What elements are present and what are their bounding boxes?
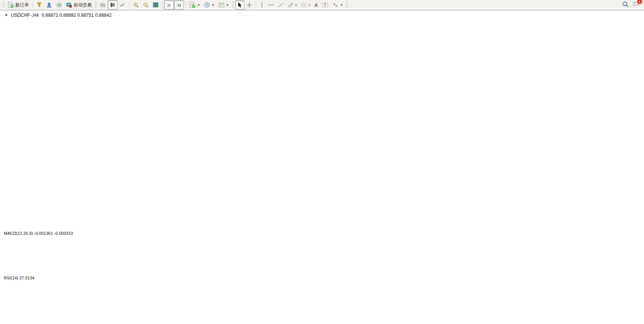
profile-button[interactable] [44, 0, 54, 10]
indicators-button[interactable]: ▼ [187, 0, 202, 10]
indicators-icon [189, 2, 196, 8]
new-order-button[interactable]: 新订单 [6, 0, 31, 10]
rsi-label: RSI(14) 27.5134 [4, 276, 35, 280]
chart-ohlc-values: 0.88871 0.88892 0.88751 0.88842 [42, 13, 112, 18]
market-watch-button[interactable] [34, 0, 44, 10]
crosshair-icon [246, 2, 252, 8]
fibonacci-icon [301, 2, 308, 8]
label-tool-button[interactable]: T [320, 0, 330, 10]
fibonacci-tool-button[interactable]: F [299, 0, 312, 10]
profile-icon [46, 2, 52, 8]
text-tool-button[interactable]: A [312, 0, 320, 10]
auto-scroll-button[interactable] [164, 0, 174, 10]
bar-chart-button[interactable] [98, 0, 108, 10]
macd-label: MACD(12,26,9) -0.001361 -0.000313 [4, 231, 73, 236]
channel-tag: E [295, 3, 297, 7]
hline-tool-button[interactable] [266, 0, 276, 10]
tile-windows-button[interactable] [151, 0, 161, 10]
arrows-tool-button[interactable]: ▼ [330, 0, 345, 10]
zoom-out-button[interactable] [141, 0, 151, 10]
candlestick-chart-button[interactable] [108, 0, 118, 10]
mt4-window: 新订单 自动交易 [0, 0, 644, 324]
search-icon[interactable] [622, 1, 629, 9]
auto-trading-button[interactable]: 自动交易 [64, 0, 94, 10]
text-tool-icon: A [314, 2, 318, 8]
text-label-icon: T [322, 2, 328, 8]
chart-title: ▼ USDCHF-,H4 0.88871 0.88892 0.88751 0.8… [5, 13, 112, 18]
zoom-in-icon [133, 2, 139, 8]
template-icon [218, 2, 225, 8]
tile-windows-icon [153, 2, 159, 8]
zoom-out-icon [143, 2, 149, 8]
cursor-icon [237, 2, 242, 8]
candlestick-icon [110, 2, 116, 8]
auto-trading-icon [66, 2, 72, 8]
chart-dropdown-icon[interactable]: ▼ [5, 13, 8, 17]
trendline-tool-button[interactable] [276, 0, 286, 10]
new-order-icon [8, 2, 14, 8]
auto-trading-label: 自动交易 [73, 2, 92, 8]
periods-button[interactable]: ▼ [202, 0, 217, 10]
new-order-label: 新订单 [15, 2, 29, 8]
clock-icon [204, 2, 210, 8]
signal-button[interactable] [54, 0, 64, 10]
line-chart-button[interactable] [118, 0, 128, 10]
indicators-caret: ▼ [197, 3, 200, 7]
chart-canvas[interactable] [0, 11, 644, 324]
crosshair-tool-button[interactable] [244, 0, 254, 10]
auto-scroll-icon [166, 2, 172, 8]
chart-symbol-period: USDCHF-,H4 [11, 13, 39, 18]
chart-shift-button[interactable] [174, 0, 184, 10]
chart-area[interactable]: ▼ USDCHF-,H4 0.88871 0.88892 0.88751 0.8… [0, 11, 644, 324]
vline-tool-button[interactable] [258, 0, 266, 10]
toolbar: 新订单 自动交易 [0, 0, 644, 10]
fibo-tag: F [309, 3, 311, 7]
funnel-icon [36, 2, 42, 8]
zoom-in-button[interactable] [131, 0, 141, 10]
line-chart-icon [120, 2, 126, 8]
channel-tool-button[interactable]: E [286, 0, 299, 10]
toolbar-grip [3, 2, 5, 8]
radar-icon [56, 2, 62, 8]
svg-text:T: T [324, 3, 326, 7]
bar-chart-icon [100, 2, 106, 8]
notification-badge: 1 [637, 0, 642, 4]
vertical-line-icon [260, 2, 264, 8]
chart-shift-icon [176, 2, 182, 8]
notifications-button[interactable]: 1 [633, 1, 639, 9]
equidistant-channel-icon [288, 2, 294, 8]
trendline-icon [278, 2, 284, 8]
arrows-icon [332, 2, 338, 8]
templates-button[interactable]: ▼ [217, 0, 231, 10]
cursor-tool-button[interactable] [235, 0, 244, 10]
horizontal-line-icon [268, 2, 274, 8]
